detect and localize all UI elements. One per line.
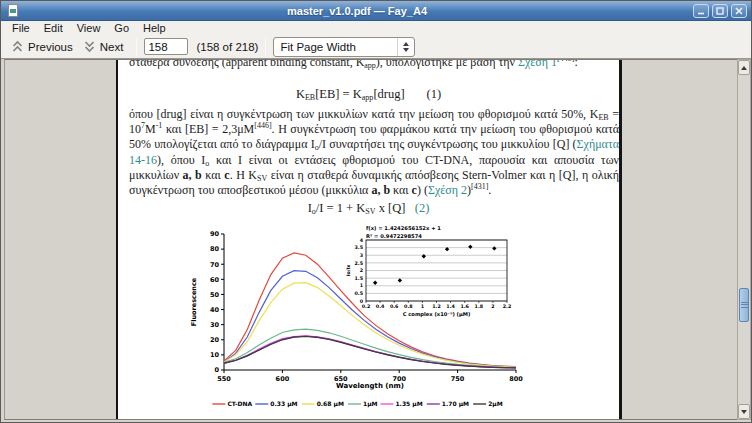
svg-text:0.2: 0.2 (362, 304, 371, 309)
svg-text:Io/Ix: Io/Ix (346, 264, 351, 277)
svg-text:1: 1 (421, 304, 424, 309)
svg-text:10: 10 (210, 351, 220, 359)
maximize-button[interactable] (712, 4, 728, 18)
svg-text:1.4: 1.4 (446, 304, 455, 309)
svg-text:0: 0 (360, 299, 364, 304)
combobox-arrows-icon (397, 38, 414, 56)
svg-text:f(x) = 1.4242656152x + 1: f(x) = 1.4242656152x + 1 (366, 225, 441, 231)
scroll-up-button[interactable] (738, 60, 750, 75)
svg-text:70: 70 (210, 261, 220, 269)
svg-text:1.70 μM: 1.70 μM (442, 400, 469, 408)
svg-text:0.8: 0.8 (404, 304, 413, 309)
zoom-combobox-value: Fit Page Width (280, 41, 355, 53)
svg-text:2: 2 (360, 268, 363, 273)
menu-item-help[interactable]: Help (136, 21, 173, 35)
svg-text:4: 4 (360, 238, 364, 243)
scroll-up-icon (741, 66, 747, 70)
minimize-button[interactable] (693, 4, 709, 18)
toolbar-separator (265, 38, 266, 56)
spin-up-icon (403, 42, 409, 46)
svg-text:1.6: 1.6 (460, 304, 469, 309)
document-view[interactable]: σταθερά σύνδεσης (apparent binding const… (4, 59, 737, 420)
zoom-combobox[interactable]: Fit Page Width (273, 37, 415, 57)
svg-text:90: 90 (210, 230, 220, 238)
svg-text:2.5: 2.5 (355, 261, 364, 266)
svg-text:1.5: 1.5 (355, 276, 364, 281)
spin-down-icon (403, 48, 409, 52)
svg-text:550: 550 (217, 375, 231, 383)
svg-text:0.6: 0.6 (390, 304, 399, 309)
scrollbar-thumb[interactable] (739, 288, 749, 322)
close-icon (734, 6, 744, 16)
vertical-scrollbar[interactable] (737, 59, 751, 420)
body-paragraph: όπου [drug] είναι η συγκέντρωση των μικκ… (129, 107, 619, 198)
intro-line: σταθερά σύνδεσης (apparent binding const… (129, 59, 621, 70)
svg-text:20: 20 (210, 336, 220, 344)
equation-2: Io/I = 1 + KSV x [Q] (2) (118, 201, 619, 216)
page-number-input[interactable] (144, 38, 188, 55)
application-window: { "window": { "title": "master_v1.0.pdf … (0, 0, 752, 423)
window-icon (5, 3, 21, 19)
svg-text:Fluorescence: Fluorescence (190, 277, 198, 326)
pdf-page: σταθερά σύνδεσης (apparent binding const… (116, 59, 622, 420)
next-label: Next (100, 41, 124, 53)
thumb-grip-icon (741, 302, 748, 308)
fluorescence-spectra-chart: 0102030405060708090550600650700750800Flu… (188, 222, 523, 418)
previous-button[interactable]: Previous (7, 38, 79, 55)
svg-text:2μM: 2μM (488, 400, 503, 408)
svg-text:1: 1 (360, 283, 363, 288)
scroll-down-button[interactable] (738, 404, 750, 419)
scroll-down-icon (741, 410, 747, 414)
svg-text:0.68 μM: 0.68 μM (317, 400, 344, 408)
menu-item-edit[interactable]: Edit (37, 21, 70, 35)
titlebar[interactable]: master_v1.0.pdf — Fay_A4 (1, 1, 751, 21)
menu-item-view[interactable]: View (70, 21, 108, 35)
toolbar: Previous Next (158 of 218) Fit Page Widt… (1, 35, 751, 59)
menubar: File Edit View Go Help (1, 21, 751, 35)
previous-icon (11, 40, 24, 53)
toolbar-separator (136, 38, 137, 56)
next-button[interactable]: Next (79, 38, 130, 55)
svg-text:30: 30 (210, 321, 220, 329)
menu-item-file[interactable]: File (5, 21, 37, 35)
svg-text:0.4: 0.4 (376, 304, 385, 309)
svg-text:50: 50 (210, 291, 220, 299)
svg-text:CT-DNA: CT-DNA (227, 400, 252, 407)
svg-text:40: 40 (210, 306, 220, 314)
svg-text:800: 800 (509, 375, 523, 383)
svg-text:C complex (x10⁻⁵) (μM): C complex (x10⁻⁵) (μM) (403, 311, 471, 318)
window-title: master_v1.0.pdf — Fay_A4 (21, 5, 693, 17)
svg-text:1.2: 1.2 (432, 304, 441, 309)
equation-1: KEB[EB] = Kapp[drug] (1) (118, 87, 619, 102)
close-button[interactable] (731, 4, 747, 18)
previous-label: Previous (28, 41, 73, 53)
svg-text:1.8: 1.8 (475, 304, 484, 309)
svg-text:0: 0 (214, 366, 219, 374)
svg-text:80: 80 (210, 245, 220, 253)
svg-text:R² = 0.9472298574: R² = 0.9472298574 (366, 233, 422, 239)
svg-text:3.5: 3.5 (355, 245, 364, 250)
page-count-label: (158 of 218) (196, 41, 258, 53)
maximize-icon (715, 6, 725, 16)
svg-text:2.2: 2.2 (503, 304, 512, 309)
svg-text:1μM: 1μM (363, 400, 378, 408)
svg-text:0.5: 0.5 (355, 291, 364, 296)
svg-text:2: 2 (491, 304, 494, 309)
svg-text:Wavelength (nm): Wavelength (nm) (336, 382, 404, 390)
menu-item-go[interactable]: Go (107, 21, 136, 35)
svg-text:0.33 μM: 0.33 μM (270, 400, 297, 408)
svg-text:1.35 μM: 1.35 μM (395, 400, 422, 408)
svg-text:3: 3 (360, 253, 363, 258)
svg-text:60: 60 (210, 276, 220, 284)
next-icon (83, 40, 96, 53)
window-controls (693, 4, 747, 18)
svg-text:750: 750 (451, 375, 465, 383)
svg-text:600: 600 (276, 375, 290, 383)
minimize-icon (696, 6, 706, 16)
